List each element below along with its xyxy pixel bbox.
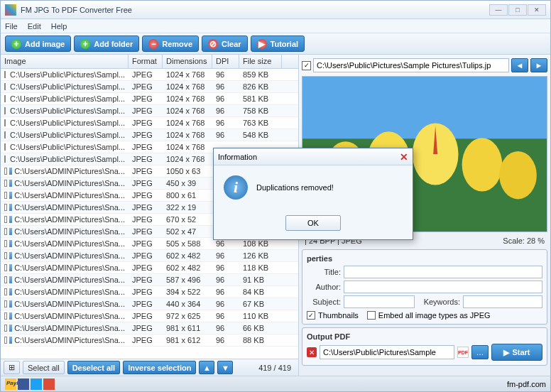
information-dialog: Information ✕ i Duplications removed! OK	[213, 148, 413, 240]
row-checkbox[interactable]	[4, 71, 6, 78]
thumbnail-icon	[9, 168, 12, 175]
thumbnail-icon	[9, 325, 12, 332]
tutorial-button[interactable]: ▶Tutorial	[251, 36, 305, 52]
minus-icon: −	[148, 39, 158, 49]
output-browse-button[interactable]: …	[471, 345, 489, 359]
row-checkbox[interactable]	[4, 180, 7, 187]
site-link[interactable]: fm-pdf.com	[507, 380, 546, 388]
table-row[interactable]: C:\Users\Public\Pictures\Sampl...JPEG102…	[1, 105, 298, 117]
embed-jpeg-checkbox[interactable]	[367, 311, 376, 320]
next-image-button[interactable]: ►	[530, 58, 547, 72]
row-checkbox[interactable]	[4, 325, 7, 332]
keywords-input[interactable]	[463, 295, 542, 308]
table-row[interactable]: C:\Users\Public\Pictures\Sampl...JPEG102…	[1, 81, 298, 93]
add-folder-button[interactable]: +Add folder	[74, 36, 139, 52]
row-checkbox[interactable]	[4, 216, 7, 223]
select-all-button[interactable]: Select all	[23, 361, 65, 374]
preview-checkbox[interactable]: ✓	[302, 61, 311, 70]
play-icon: ▶	[503, 348, 509, 357]
plus-icon: +	[80, 39, 90, 49]
table-row[interactable]: C:\Users\ADMIN\Pictures\Sna...JPEG981 x …	[1, 334, 298, 347]
dialog-close-button[interactable]: ✕	[400, 151, 408, 163]
googleplus-icon[interactable]	[43, 379, 55, 390]
table-row[interactable]: C:\Users\ADMIN\Pictures\Sna...JPEG440 x …	[1, 298, 298, 310]
expand-button[interactable]: ⊞	[4, 361, 20, 374]
maximize-button[interactable]: □	[508, 4, 527, 16]
add-image-button[interactable]: +Add image	[5, 36, 71, 52]
row-checkbox[interactable]	[4, 337, 7, 344]
header-format[interactable]: Format	[129, 55, 163, 68]
menu-edit[interactable]: Edit	[28, 22, 41, 31]
svg-point-5	[462, 138, 503, 191]
preview-path[interactable]: C:\Users\Public\Pictures\Sample Pictures…	[313, 58, 509, 72]
row-checkbox[interactable]	[4, 252, 7, 259]
title-input[interactable]	[344, 266, 542, 278]
row-checkbox[interactable]	[4, 264, 7, 271]
embed-jpeg-label: Embed all image types as JPEG	[378, 311, 491, 320]
dialog-ok-button[interactable]: OK	[285, 215, 341, 231]
remove-button[interactable]: −Remove	[142, 36, 199, 52]
table-row[interactable]: C:\Users\ADMIN\Pictures\Sna...JPEG602 x …	[1, 262, 298, 274]
row-checkbox[interactable]	[4, 107, 6, 114]
output-group: Output PDF ✕ C:\Users\Public\Pictures\Sa…	[302, 327, 547, 366]
facebook-icon[interactable]	[18, 379, 29, 390]
selection-bar: ⊞ Select all Deselect all Inverse select…	[1, 359, 298, 376]
menu-help[interactable]: Help	[51, 22, 67, 31]
row-checkbox[interactable]	[4, 312, 7, 320]
row-checkbox[interactable]	[4, 156, 6, 163]
output-clear-button[interactable]: ✕	[307, 347, 317, 357]
dialog-message: Duplications removed!	[256, 183, 334, 192]
thumbnails-label: Thumbnails	[318, 311, 359, 320]
row-checkbox[interactable]	[4, 119, 6, 126]
row-checkbox[interactable]	[4, 204, 7, 211]
clear-button[interactable]: ⊘Clear	[202, 36, 248, 52]
minimize-button[interactable]: —	[489, 4, 508, 16]
table-row[interactable]: C:\Users\ADMIN\Pictures\Sna...JPEG981 x …	[1, 322, 298, 334]
title-label: Title:	[307, 268, 341, 276]
table-row[interactable]: C:\Users\Public\Pictures\Sampl...JPEG102…	[1, 93, 298, 105]
header-filesize[interactable]: File size	[239, 55, 282, 68]
row-checkbox[interactable]	[4, 168, 7, 175]
table-row[interactable]: C:\Users\ADMIN\Pictures\Sna...JPEG394 x …	[1, 286, 298, 298]
table-row[interactable]: C:\Users\Public\Pictures\Sampl...JPEG102…	[1, 69, 298, 81]
toolbar: +Add image +Add folder −Remove ⊘Clear ▶T…	[1, 33, 550, 55]
header-image[interactable]: Image	[1, 55, 129, 68]
table-row[interactable]: C:\Users\ADMIN\Pictures\Sna...JPEG972 x …	[1, 310, 298, 322]
deselect-all-button[interactable]: Deselect all	[67, 361, 121, 374]
paypal-icon[interactable]: PayPal	[5, 379, 16, 390]
row-checkbox[interactable]	[4, 192, 7, 199]
close-button[interactable]: ✕	[528, 4, 546, 16]
thumbnail-icon	[9, 337, 12, 344]
header-dimensions[interactable]: Dimensions	[163, 55, 212, 68]
row-checkbox[interactable]	[4, 131, 6, 138]
row-checkbox[interactable]	[4, 300, 7, 307]
move-down-button[interactable]: ▼	[217, 361, 233, 374]
table-row[interactable]: C:\Users\ADMIN\Pictures\Sna...JPEG587 x …	[1, 274, 298, 286]
menubar: File Edit Help	[1, 19, 550, 33]
subject-input[interactable]	[344, 295, 415, 308]
row-checkbox[interactable]	[4, 95, 6, 102]
menu-file[interactable]: File	[5, 22, 18, 31]
properties-title: perties	[307, 254, 542, 263]
table-row[interactable]: C:\Users\Public\Pictures\Sampl...JPEG102…	[1, 117, 298, 129]
row-checkbox[interactable]	[4, 228, 7, 235]
start-button[interactable]: ▶Start	[491, 344, 542, 361]
row-checkbox[interactable]	[4, 83, 6, 90]
author-input[interactable]	[344, 281, 542, 293]
thumbnails-checkbox[interactable]: ✓	[307, 311, 315, 320]
pdf-icon[interactable]: PDF	[457, 347, 469, 358]
inverse-selection-button[interactable]: Inverse selection	[123, 361, 196, 374]
thumbnail-icon	[9, 216, 12, 223]
row-checkbox[interactable]	[4, 240, 7, 247]
header-dpi[interactable]: DPI	[212, 55, 239, 68]
prev-image-button[interactable]: ◄	[511, 58, 528, 72]
row-checkbox[interactable]	[4, 288, 7, 295]
output-path[interactable]: C:\Users\Public\Pictures\Sample	[320, 345, 454, 359]
table-row[interactable]: C:\Users\Public\Pictures\Sampl...JPEG102…	[1, 129, 298, 141]
row-checkbox[interactable]	[4, 143, 6, 151]
move-up-button[interactable]: ▲	[199, 361, 214, 374]
table-row[interactable]: C:\Users\ADMIN\Pictures\Sna...JPEG602 x …	[1, 250, 298, 262]
row-checkbox[interactable]	[4, 276, 7, 283]
keywords-label: Keywords:	[418, 298, 460, 306]
twitter-icon[interactable]	[31, 379, 42, 390]
